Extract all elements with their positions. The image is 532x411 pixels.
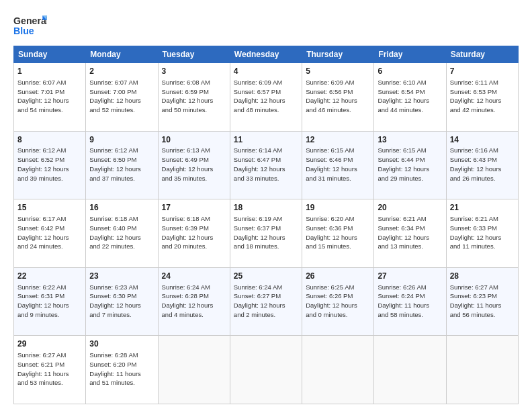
calendar-week-row: 22Sunrise: 6:22 AMSunset: 6:31 PMDayligh… <box>14 267 519 336</box>
calendar-cell <box>446 336 518 404</box>
calendar-col-sunday: Sunday <box>14 46 86 63</box>
calendar-cell: 30Sunrise: 6:28 AMSunset: 6:20 PMDayligh… <box>86 336 158 404</box>
day-number: 6 <box>378 66 442 77</box>
day-info: Sunrise: 6:24 AMSunset: 6:28 PMDaylight:… <box>162 283 226 320</box>
logo: General Blue <box>13 11 47 40</box>
day-info: Sunrise: 6:12 AMSunset: 6:50 PMDaylight:… <box>89 146 154 183</box>
logo-svg: General Blue <box>13 11 47 40</box>
page-header: General Blue <box>13 11 519 40</box>
day-number: 10 <box>162 134 226 146</box>
calendar-cell: 19Sunrise: 6:20 AMSunset: 6:36 PMDayligh… <box>302 199 374 268</box>
day-info: Sunrise: 6:09 AMSunset: 6:56 PMDaylight:… <box>306 78 370 115</box>
day-number: 17 <box>162 202 226 214</box>
calendar-cell <box>158 336 230 404</box>
calendar-cell: 11Sunrise: 6:14 AMSunset: 6:47 PMDayligh… <box>230 131 302 199</box>
day-info: Sunrise: 6:13 AMSunset: 6:49 PMDaylight:… <box>162 146 226 183</box>
day-number: 15 <box>17 202 82 214</box>
day-number: 23 <box>89 271 154 282</box>
day-info: Sunrise: 6:07 AMSunset: 7:01 PMDaylight:… <box>17 78 82 115</box>
day-number: 16 <box>89 202 154 214</box>
day-number: 29 <box>17 338 82 350</box>
calendar-cell: 9Sunrise: 6:12 AMSunset: 6:50 PMDaylight… <box>86 131 158 199</box>
calendar-cell: 21Sunrise: 6:21 AMSunset: 6:33 PMDayligh… <box>446 199 518 268</box>
day-number: 20 <box>378 202 442 214</box>
day-number: 1 <box>17 66 82 77</box>
calendar-cell: 2Sunrise: 6:07 AMSunset: 7:00 PMDaylight… <box>86 63 158 132</box>
day-info: Sunrise: 6:11 AMSunset: 6:53 PMDaylight:… <box>450 78 515 115</box>
day-info: Sunrise: 6:24 AMSunset: 6:27 PMDaylight:… <box>234 283 298 320</box>
day-number: 22 <box>17 271 82 282</box>
calendar-week-row: 15Sunrise: 6:17 AMSunset: 6:42 PMDayligh… <box>14 199 519 268</box>
calendar-cell: 8Sunrise: 6:12 AMSunset: 6:52 PMDaylight… <box>14 131 86 199</box>
calendar-cell: 23Sunrise: 6:23 AMSunset: 6:30 PMDayligh… <box>86 267 158 336</box>
calendar-col-monday: Monday <box>86 46 158 63</box>
calendar-cell: 29Sunrise: 6:27 AMSunset: 6:21 PMDayligh… <box>14 336 86 404</box>
calendar-cell: 22Sunrise: 6:22 AMSunset: 6:31 PMDayligh… <box>14 267 86 336</box>
calendar-cell: 17Sunrise: 6:18 AMSunset: 6:39 PMDayligh… <box>158 199 230 268</box>
calendar-cell: 13Sunrise: 6:15 AMSunset: 6:44 PMDayligh… <box>374 131 446 199</box>
calendar-col-saturday: Saturday <box>446 46 518 63</box>
calendar-cell: 24Sunrise: 6:24 AMSunset: 6:28 PMDayligh… <box>158 267 230 336</box>
day-info: Sunrise: 6:15 AMSunset: 6:44 PMDaylight:… <box>378 146 442 183</box>
calendar-cell: 1Sunrise: 6:07 AMSunset: 7:01 PMDaylight… <box>14 63 86 132</box>
calendar-week-row: 1Sunrise: 6:07 AMSunset: 7:01 PMDaylight… <box>14 63 519 132</box>
calendar-table: SundayMondayTuesdayWednesdayThursdayFrid… <box>13 46 519 404</box>
day-number: 2 <box>89 66 154 77</box>
day-info: Sunrise: 6:09 AMSunset: 6:57 PMDaylight:… <box>234 78 298 115</box>
day-info: Sunrise: 6:21 AMSunset: 6:34 PMDaylight:… <box>378 214 442 251</box>
calendar-cell: 20Sunrise: 6:21 AMSunset: 6:34 PMDayligh… <box>374 199 446 268</box>
calendar-cell: 28Sunrise: 6:27 AMSunset: 6:23 PMDayligh… <box>446 267 518 336</box>
calendar-cell: 12Sunrise: 6:15 AMSunset: 6:46 PMDayligh… <box>302 131 374 199</box>
day-number: 12 <box>306 134 370 146</box>
day-number: 21 <box>450 202 515 214</box>
day-info: Sunrise: 6:19 AMSunset: 6:37 PMDaylight:… <box>234 214 298 251</box>
calendar-cell: 14Sunrise: 6:16 AMSunset: 6:43 PMDayligh… <box>446 131 518 199</box>
calendar-cell: 15Sunrise: 6:17 AMSunset: 6:42 PMDayligh… <box>14 199 86 268</box>
calendar-col-tuesday: Tuesday <box>158 46 230 63</box>
calendar-cell: 18Sunrise: 6:19 AMSunset: 6:37 PMDayligh… <box>230 199 302 268</box>
calendar-col-thursday: Thursday <box>302 46 374 63</box>
day-info: Sunrise: 6:12 AMSunset: 6:52 PMDaylight:… <box>17 146 82 183</box>
calendar-col-wednesday: Wednesday <box>230 46 302 63</box>
day-info: Sunrise: 6:25 AMSunset: 6:26 PMDaylight:… <box>306 283 370 320</box>
day-info: Sunrise: 6:20 AMSunset: 6:36 PMDaylight:… <box>306 214 370 251</box>
day-info: Sunrise: 6:27 AMSunset: 6:23 PMDaylight:… <box>450 283 515 320</box>
day-info: Sunrise: 6:22 AMSunset: 6:31 PMDaylight:… <box>17 283 82 320</box>
day-number: 27 <box>378 271 442 282</box>
calendar-cell: 25Sunrise: 6:24 AMSunset: 6:27 PMDayligh… <box>230 267 302 336</box>
day-info: Sunrise: 6:26 AMSunset: 6:24 PMDaylight:… <box>378 283 442 320</box>
day-number: 5 <box>306 66 370 77</box>
day-info: Sunrise: 6:15 AMSunset: 6:46 PMDaylight:… <box>306 146 370 183</box>
calendar-header-row: SundayMondayTuesdayWednesdayThursdayFrid… <box>14 46 519 63</box>
day-number: 28 <box>450 271 515 282</box>
day-number: 14 <box>450 134 515 146</box>
calendar-cell: 10Sunrise: 6:13 AMSunset: 6:49 PMDayligh… <box>158 131 230 199</box>
day-info: Sunrise: 6:14 AMSunset: 6:47 PMDaylight:… <box>234 146 298 183</box>
day-info: Sunrise: 6:07 AMSunset: 7:00 PMDaylight:… <box>89 78 154 115</box>
day-info: Sunrise: 6:17 AMSunset: 6:42 PMDaylight:… <box>17 214 82 251</box>
calendar-week-row: 29Sunrise: 6:27 AMSunset: 6:21 PMDayligh… <box>14 336 519 404</box>
calendar-col-friday: Friday <box>374 46 446 63</box>
day-number: 8 <box>17 134 82 146</box>
day-info: Sunrise: 6:18 AMSunset: 6:40 PMDaylight:… <box>89 214 154 251</box>
day-info: Sunrise: 6:18 AMSunset: 6:39 PMDaylight:… <box>162 214 226 251</box>
day-number: 3 <box>162 66 226 77</box>
svg-text:Blue: Blue <box>13 26 34 36</box>
calendar-cell: 16Sunrise: 6:18 AMSunset: 6:40 PMDayligh… <box>86 199 158 268</box>
calendar-cell <box>374 336 446 404</box>
calendar-cell: 7Sunrise: 6:11 AMSunset: 6:53 PMDaylight… <box>446 63 518 132</box>
day-number: 13 <box>378 134 442 146</box>
day-info: Sunrise: 6:23 AMSunset: 6:30 PMDaylight:… <box>89 283 154 320</box>
calendar-cell <box>230 336 302 404</box>
day-number: 11 <box>234 134 298 146</box>
calendar-cell: 4Sunrise: 6:09 AMSunset: 6:57 PMDaylight… <box>230 63 302 132</box>
calendar-cell: 6Sunrise: 6:10 AMSunset: 6:54 PMDaylight… <box>374 63 446 132</box>
calendar-cell: 3Sunrise: 6:08 AMSunset: 6:59 PMDaylight… <box>158 63 230 132</box>
day-number: 30 <box>89 338 154 350</box>
day-info: Sunrise: 6:28 AMSunset: 6:20 PMDaylight:… <box>89 351 154 387</box>
day-number: 24 <box>162 271 226 282</box>
day-info: Sunrise: 6:10 AMSunset: 6:54 PMDaylight:… <box>378 78 442 115</box>
day-info: Sunrise: 6:21 AMSunset: 6:33 PMDaylight:… <box>450 214 515 251</box>
day-number: 19 <box>306 202 370 214</box>
day-number: 25 <box>234 271 298 282</box>
